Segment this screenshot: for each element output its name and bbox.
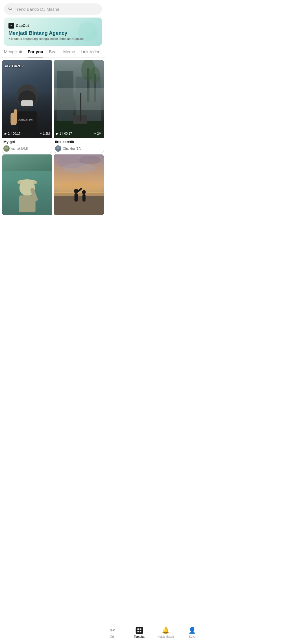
- card-1-use-count: 1.2M: [43, 132, 50, 135]
- card-2-title: lirik estetik: [55, 140, 103, 144]
- card-2-use-count: 2M: [97, 132, 101, 135]
- card-1-play-count: 2: [8, 132, 10, 135]
- svg-point-32: [79, 156, 101, 164]
- separator-2: |: [62, 132, 63, 135]
- card-2-duration: 00:17: [64, 132, 72, 135]
- card-2-info: lirik estetik Chandra [SA]: [54, 138, 104, 153]
- scissors-icon-2: ✂: [94, 132, 96, 135]
- card-2-play-count: 1: [60, 132, 61, 135]
- card-3-thumbnail: [2, 154, 52, 216]
- card-1-avatar: [3, 145, 10, 152]
- banner[interactable]: ✂ CapCut Menjadi Bintang Agency Klik unt…: [4, 18, 102, 46]
- capcut-scissors-icon: ✂: [10, 24, 13, 27]
- card-2-avatar: [55, 145, 61, 152]
- svg-rect-6: [14, 109, 17, 115]
- card-4-thumbnail: [54, 154, 104, 216]
- search-placeholder: Trend Bando DJ Masha: [15, 7, 59, 12]
- card-1-duration: 00:17: [13, 132, 21, 135]
- svg-text:OGRAPHER: OGRAPHER: [18, 119, 33, 122]
- svg-rect-21: [80, 93, 81, 121]
- card-2-play-stats: ▶ 1 | 00:17: [56, 132, 72, 135]
- svg-rect-41: [82, 194, 85, 201]
- capcut-name: CapCut: [16, 23, 29, 28]
- card-1-use-stats: ✂ 1.2M: [40, 132, 50, 135]
- svg-point-33: [62, 163, 95, 173]
- svg-point-0: [9, 7, 11, 10]
- card-2-author-row: Chandra [SA]: [55, 145, 103, 152]
- template-card-2[interactable]: ▶ 1 | 00:17 ✂ 2M lirik estetik: [54, 60, 104, 153]
- svg-point-9: [5, 147, 8, 149]
- play-icon-2: ▶: [56, 132, 58, 135]
- svg-rect-18: [54, 88, 104, 110]
- svg-line-1: [11, 9, 12, 10]
- search-bar[interactable]: Trend Bando DJ Masha: [4, 3, 102, 15]
- card-2-thumbnail: ▶ 1 | 00:17 ✂ 2M: [54, 60, 104, 138]
- card-2-author: Chandra [SA]: [63, 147, 82, 150]
- template-grid: OGRAPHER MY GiRL? ▶ 2 | 00:17 ✂ 1.2M My …: [0, 58, 106, 217]
- card-1-overlay-text: MY GiRL?: [5, 64, 24, 68]
- card-1-title: My girl: [3, 140, 51, 144]
- tab-beat[interactable]: Beat: [49, 49, 58, 57]
- play-icon: ▶: [5, 132, 7, 135]
- scissors-icon-1: ✂: [40, 132, 42, 135]
- svg-rect-35: [54, 193, 104, 215]
- template-card-4[interactable]: [54, 154, 104, 216]
- tabs-bar: Mengikuti For you Beat Meme Lirik Video …: [0, 46, 106, 58]
- bottom-nav: ✂ Edit Templat 🔔 Kotak Masuk 👤 Saya: [100, 624, 106, 644]
- tab-for-you[interactable]: For you: [28, 49, 43, 57]
- tab-meme[interactable]: Meme: [63, 49, 75, 57]
- svg-rect-28: [19, 195, 36, 212]
- svg-point-17: [90, 67, 100, 84]
- template-card-1[interactable]: OGRAPHER MY GiRL? ▶ 2 | 00:17 ✂ 1.2M My …: [2, 60, 52, 153]
- card-2-use-stats: ✂ 2M: [94, 132, 101, 135]
- tab-mengikuti[interactable]: Mengikuti: [4, 49, 22, 57]
- svg-point-23: [56, 150, 60, 152]
- capcut-icon: ✂: [8, 23, 14, 29]
- card-2-stats: ▶ 1 | 00:17 ✂ 2M: [56, 132, 102, 135]
- svg-rect-38: [74, 193, 78, 201]
- search-icon: [8, 6, 12, 12]
- tab-lirik-video[interactable]: Lirik Video: [81, 49, 101, 57]
- svg-rect-7: [18, 111, 37, 133]
- svg-rect-4: [21, 100, 33, 106]
- card-1-play-stats: ▶ 2 | 00:17: [5, 132, 21, 135]
- svg-point-10: [4, 150, 9, 152]
- card-1-author: carrixk [AM]: [11, 147, 28, 150]
- separator: |: [11, 132, 12, 135]
- card-1-stats: ▶ 2 | 00:17 ✂ 1.2M: [5, 132, 50, 135]
- nav-edit[interactable]: ✂ Edit: [100, 627, 106, 638]
- svg-rect-36: [54, 192, 104, 196]
- card-1-author-row: carrixk [AM]: [3, 145, 51, 152]
- card-1-thumbnail: OGRAPHER MY GiRL? ▶ 2 | 00:17 ✂ 1.2M: [2, 60, 52, 138]
- template-card-3[interactable]: [2, 154, 52, 216]
- banner-circle: [78, 22, 98, 42]
- card-1-info: My girl carrixk [AM]: [2, 138, 52, 153]
- svg-point-22: [57, 147, 60, 149]
- svg-point-40: [82, 190, 86, 194]
- banner-decoration: [77, 18, 99, 46]
